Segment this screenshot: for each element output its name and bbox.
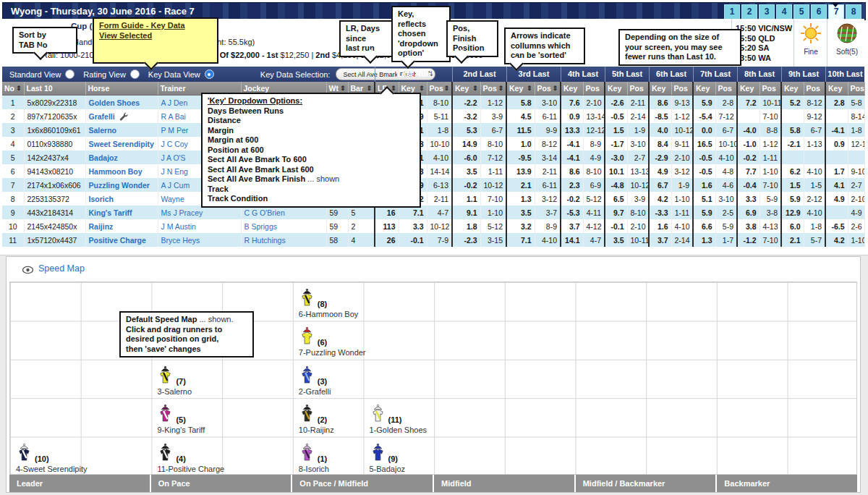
cell-key-10 [825,206,848,219]
cell-no: 4 [2,137,24,151]
sort-arrows-icon[interactable]: ⇕ [527,85,532,92]
standard-view-radio[interactable] [65,69,75,79]
table-row: 102145x424850xRaijinzJ M AustinB Spriggs… [2,219,864,233]
cell-key-4: -0.2 [561,192,583,206]
col-header-horse: Horse [85,82,158,96]
cell-horse[interactable]: Sweet Serendipity [85,137,158,151]
runner-7-Puzzling Wonder[interactable]: (6)7-Puzzling Wonder [299,326,366,357]
callout-form-guide: Form Guide - Key DataView Selected [93,17,218,64]
jockey-silks-icon [370,403,386,425]
runner-3-Salerno[interactable]: (7)3-Salerno [157,365,192,396]
cell-pos-1: 6-13 [427,178,452,192]
sort-arrows-icon[interactable]: ⇕ [472,85,478,92]
cell-horse[interactable]: Golden Shoes [85,96,158,110]
sort-arrows-icon[interactable]: ⇕ [498,85,503,92]
race-tab-1[interactable]: 1 [724,4,740,20]
cell-key-5: -4.8 [605,178,627,192]
cell-pos-1: 7-9 [427,233,452,247]
cell-jockey[interactable]: C G O'Brien [241,206,326,219]
runner-11-Positive Charge[interactable]: (4)11-Positive Charge [157,442,224,473]
cell-horse[interactable]: Positive Charge [85,233,158,247]
cell-trainer[interactable]: Ms J Pracey [158,206,241,219]
cell-last10: 443x2184314 [24,206,85,219]
runner-5-Badajoz[interactable]: (9)5-Badajoz [370,442,406,473]
race-tab-2[interactable]: 2 [741,4,757,20]
race-tab-4[interactable]: 4 [776,4,792,20]
sort-arrows-icon[interactable]: ⇕ [16,85,22,92]
speed-map-title[interactable]: Speed Map [38,263,85,274]
speed-map-zone-bar: LeaderOn PaceOn Pace / MidfieldMidfieldM… [9,475,857,492]
cell-last10: 897x7120635x [24,109,85,123]
cell-pos-7: 4-10 [715,151,737,164]
cell-trainer[interactable]: J M Austin [158,219,241,233]
cell-horse[interactable]: Grafelli [85,109,158,123]
cell-pos-3: 8-12 [535,137,561,151]
cell-key-2: -3.2 [452,109,480,123]
cell-key-5: 1.5 [605,123,627,137]
key-option: Days Between Runs [208,106,414,117]
runner-8-Isorich[interactable]: (1)8-Isorich [299,442,329,473]
col-header-key-8: Key [737,82,760,96]
cell-pos-6: 9-11 [671,137,693,151]
cell-pos-8: 3-8 [760,206,781,219]
standard-view-label: Standard View [9,70,61,79]
table-row: 694143x08210Hammoon BoyJ N Eng82012.314-… [2,164,864,178]
cell-pos-7: 4-6 [715,178,737,192]
col-header-pos-5: Pos [627,82,649,96]
cell-pos-1: 4-10 [427,151,452,164]
runner-10-Raijinz[interactable]: (2)10-Raijinz [299,403,334,434]
table-row: 111x57120x4437Positive ChargeBryce HeysR… [2,233,864,247]
cell-pos-4: 12-12 [583,123,605,137]
key-data-view-radio[interactable] [205,69,214,79]
sort-arrows-icon[interactable]: ⇕ [340,85,346,92]
col-header-no[interactable]: No⇕ [2,82,24,96]
race-tab-3[interactable]: 3 [759,4,775,20]
cell-jockey[interactable]: B Spriggs [241,219,326,233]
runner-4-Sweet Serendipity[interactable]: (10)4-Sweet Serendipity [16,442,87,473]
cell-no: 6 [2,164,24,178]
col-header-key-2[interactable]: Key⇕ [452,82,480,96]
race-tab-7[interactable]: 7 [828,4,844,20]
cell-last10: 5x8029x22318 [24,96,85,110]
runner-9-King's Tariff[interactable]: (5)9-King's Tariff [157,403,205,434]
cell-key-1: 7.1 [399,206,427,219]
cell-pos-5: 13-13 [627,164,649,178]
cell-pos-8: 5-9 [760,192,781,206]
cell-pos-7: 6-7 [715,123,737,137]
sort-arrows-icon[interactable]: ⇕ [443,85,449,92]
cell-bar: 2 [348,219,375,233]
cell-pos-8: 10-11 [760,96,781,110]
race-tab-6[interactable]: 6 [811,4,827,20]
cell-horse[interactable]: Hammoon Boy [85,164,158,178]
runner-6-Hammoon Boy[interactable]: (8)6-Hammoon Boy [299,287,359,318]
col-header-pos-2[interactable]: Pos⇕ [480,82,506,96]
cell-jockey[interactable]: R Hutchings [241,233,326,247]
col-header-pos-1[interactable]: Pos⇕ [427,82,452,96]
cell-last10: 2145x424850x [24,219,85,233]
cell-pos-9: 9-12 [804,109,825,123]
sort-arrows-icon[interactable]: ⇕ [366,85,372,92]
race-tab-8[interactable]: 8 [846,4,861,20]
cell-horse[interactable]: Badajoz [85,151,158,164]
sort-arrows-icon[interactable]: ⇕ [552,85,558,92]
cell-horse[interactable]: Salerno [85,123,158,137]
cell-pos-5: 10-11 [627,233,649,247]
rating-view-radio[interactable] [130,69,140,79]
runner-1-Golden Shoes[interactable]: (11)1-Golden Shoes [370,403,427,434]
cell-pos-8: 8-8 [760,123,781,137]
group-header-2: 2nd Last [452,67,506,82]
cell-key-8: -4.0 [737,123,760,137]
key-option: Sect All Ave Bmark To 600 [208,155,414,165]
col-header-pos-9: Pos [804,82,825,96]
runner-2-Grafelli[interactable]: (3)2-Grafelli [299,365,331,396]
cell-trainer[interactable]: Bryce Heys [158,233,241,247]
cell-horse[interactable]: Puzzling Wonder [85,178,158,192]
cell-horse[interactable]: King's Tariff [85,206,158,219]
col-header-pos-3[interactable]: Pos⇕ [535,82,561,96]
race-tab-5[interactable]: 5 [793,4,809,20]
col-header-key-3[interactable]: Key⇕ [506,82,535,96]
sort-arrows-icon[interactable]: ⇕ [419,85,425,92]
cell-horse[interactable]: Raijinz [85,219,158,233]
cell-wt: 59 [326,219,348,233]
cell-horse[interactable]: Isorich [85,192,158,206]
